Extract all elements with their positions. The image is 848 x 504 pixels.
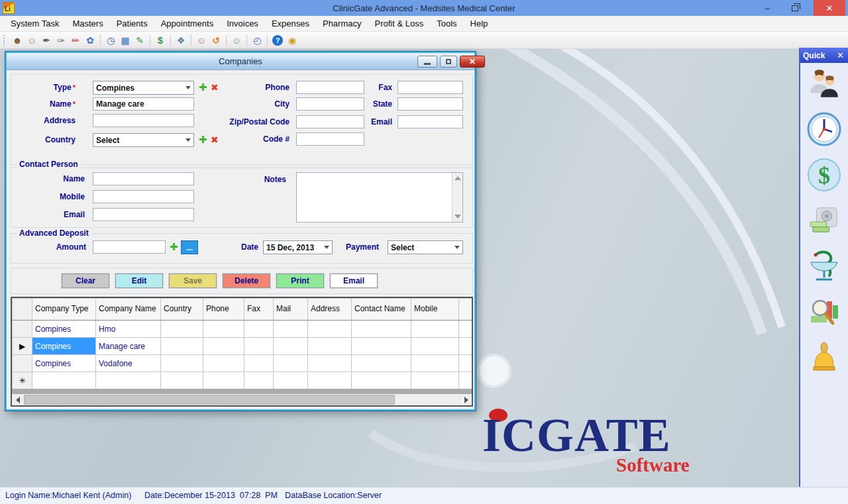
undo-arrow-icon[interactable]: ↺ (209, 33, 223, 48)
procedures-icon[interactable]: ✿ (83, 33, 97, 48)
medicine-icon[interactable]: ❖ (174, 33, 188, 48)
delete-button[interactable]: Delete (223, 274, 270, 288)
dialog-maximize-button[interactable] (440, 56, 457, 68)
email-input[interactable] (398, 115, 463, 128)
grid-cell[interactable] (32, 372, 96, 389)
grid-cell[interactable] (411, 321, 459, 338)
grid-cell[interactable] (352, 321, 411, 338)
column-header-phone[interactable]: Phone (203, 299, 244, 321)
grid-cell-type-selected[interactable]: Compines (32, 338, 96, 355)
billing-note-icon[interactable]: ✎ (132, 33, 147, 48)
row-selector-cell[interactable]: ▶ (13, 338, 32, 355)
grid-cell[interactable] (274, 321, 308, 338)
expenses-cash-icon[interactable] (807, 203, 841, 238)
name-input[interactable] (93, 97, 194, 111)
scroll-up-icon[interactable] (454, 176, 461, 180)
clear-button[interactable]: Clear (62, 274, 109, 288)
grid-cell[interactable] (459, 355, 472, 372)
row-selector-cell[interactable] (13, 355, 32, 372)
restore-button[interactable] (783, 0, 807, 16)
scroll-down-icon[interactable] (454, 215, 461, 219)
grid-cell[interactable] (161, 338, 203, 355)
menu-pharmacy[interactable]: Pharmacy (316, 16, 368, 32)
dialog-minimize-button[interactable] (417, 56, 437, 68)
grid-cell[interactable] (459, 372, 472, 389)
grid-cell-type[interactable]: Compines (32, 355, 96, 372)
alarm-icon[interactable]: ◴ (250, 33, 264, 48)
contact-name-input[interactable] (93, 172, 194, 185)
row-selector-cell[interactable] (13, 321, 32, 338)
contact-email-input[interactable] (93, 208, 194, 221)
grid-cell[interactable] (308, 372, 352, 389)
grid-cell[interactable] (352, 355, 411, 372)
patient-icon[interactable]: ☺ (25, 33, 39, 48)
grid-cell[interactable] (244, 321, 274, 338)
patient-record-icon[interactable]: ☺ (194, 33, 209, 48)
calendar-icon[interactable]: ▦ (118, 33, 132, 48)
bell-icon[interactable]: ◉ (285, 33, 299, 48)
notes-scrollbar[interactable] (452, 173, 462, 222)
pharmacy-icon[interactable] (807, 249, 841, 283)
grid-cell[interactable] (244, 338, 274, 355)
grid-cell[interactable] (274, 372, 308, 389)
reports-analysis-icon[interactable] (807, 295, 841, 329)
country-combobox[interactable]: Select (93, 133, 194, 147)
payment-combobox[interactable]: Select (388, 240, 463, 254)
grid-cell-type[interactable]: Compines (32, 321, 96, 338)
column-header-partial[interactable] (459, 299, 472, 321)
grid-cell[interactable] (274, 355, 308, 372)
save-button[interactable]: Save (169, 274, 217, 288)
menu-masters[interactable]: Masters (66, 16, 109, 32)
syringe-icon[interactable]: ✏ (68, 33, 83, 48)
scroll-left-icon[interactable] (12, 394, 23, 405)
appointments-clock-icon[interactable] (807, 112, 841, 146)
help-icon[interactable]: ? (270, 33, 285, 48)
menu-invoices[interactable]: Invoices (220, 16, 265, 32)
menu-expenses[interactable]: Expenses (265, 16, 316, 32)
grid-cell[interactable] (411, 355, 459, 372)
patients-group-icon[interactable]: ☻ (10, 33, 25, 48)
grid-cell[interactable] (96, 372, 161, 389)
menu-profit-loss[interactable]: Profit & Loss (368, 16, 431, 32)
dialog-title-bar[interactable]: Companies (7, 53, 474, 70)
date-combobox[interactable]: 15 Dec, 2013 (263, 240, 333, 254)
menu-help[interactable]: Help (464, 16, 495, 32)
billing-dollar-icon[interactable]: $ (807, 158, 841, 192)
edit-button[interactable]: Edit (115, 274, 163, 288)
dialog-close-button[interactable]: ✕ (460, 56, 485, 68)
close-button[interactable]: ✕ (814, 0, 845, 16)
grid-cell[interactable] (411, 338, 459, 355)
zip-input[interactable] (296, 115, 364, 128)
grid-cell[interactable] (244, 372, 274, 389)
microscope-icon[interactable]: ✑ (54, 33, 68, 48)
grid-corner-cell[interactable] (13, 299, 32, 321)
menu-patients[interactable]: Patients (110, 16, 154, 32)
code-input[interactable] (296, 132, 364, 146)
minimize-button[interactable]: – (755, 0, 779, 16)
grid-cell[interactable] (308, 338, 352, 355)
column-header-country[interactable]: Country (161, 299, 203, 321)
grid-cell[interactable] (161, 355, 203, 372)
column-header-company-name[interactable]: Company Name (96, 299, 161, 321)
column-header-mail[interactable]: Mail (274, 299, 308, 321)
menu-system-task[interactable]: System Task (4, 16, 66, 32)
new-row-indicator[interactable]: ✳ (13, 372, 32, 389)
amount-input[interactable] (93, 240, 166, 254)
grid-cell[interactable] (274, 338, 308, 355)
menu-tools[interactable]: Tools (430, 16, 463, 32)
contact-mobile-input[interactable] (93, 190, 194, 203)
reminders-bell-icon[interactable] (807, 340, 841, 375)
grid-cell[interactable] (459, 338, 472, 355)
column-header-contact-name[interactable]: Contact Name (352, 299, 411, 321)
grid-cell[interactable] (203, 338, 244, 355)
email-button[interactable]: Email (330, 274, 378, 288)
address-input[interactable] (93, 114, 194, 127)
grid-cell[interactable] (352, 372, 411, 389)
city-input[interactable] (296, 97, 364, 111)
column-header-fax[interactable]: Fax (244, 299, 274, 321)
amount-add-icon[interactable]: ✚ (170, 240, 178, 254)
column-header-address[interactable]: Address (308, 299, 352, 321)
grid-cell[interactable] (161, 372, 203, 389)
scrollbar-thumb[interactable] (24, 395, 395, 405)
fax-input[interactable] (398, 81, 463, 94)
